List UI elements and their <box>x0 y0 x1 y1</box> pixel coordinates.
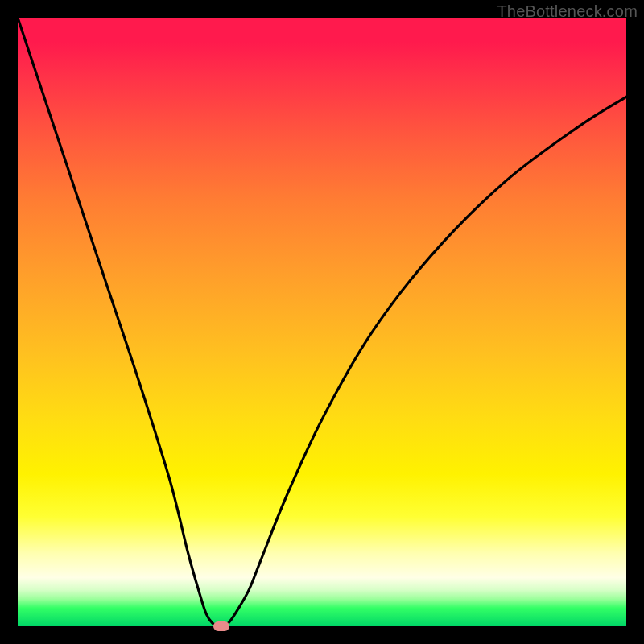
optimal-point-marker <box>213 621 229 631</box>
bottleneck-curve-path <box>18 18 626 626</box>
bottleneck-curve-svg <box>18 18 626 626</box>
chart-frame <box>18 18 626 626</box>
watermark-text: TheBottleneck.com <box>497 2 638 21</box>
